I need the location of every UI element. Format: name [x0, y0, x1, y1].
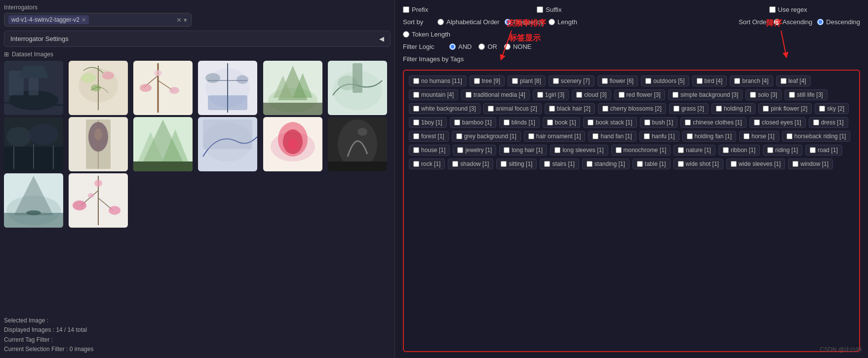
tag-chip[interactable]: animal focus [2]: [483, 103, 542, 114]
tag-chip[interactable]: hair ornament [1]: [524, 131, 586, 142]
tag-chip[interactable]: 1boy [1]: [409, 117, 447, 128]
tag-chip[interactable]: wide shot [1]: [673, 159, 723, 169]
tag-chip[interactable]: nature [1]: [673, 145, 715, 156]
tag-chip[interactable]: cloud [3]: [572, 89, 611, 100]
tag-chip[interactable]: long sleeves [1]: [550, 145, 608, 156]
tag-chip[interactable]: chinese clothes [1]: [680, 117, 746, 128]
image-cell[interactable]: [133, 61, 193, 115]
tag-chip[interactable]: stairs [1]: [540, 159, 579, 169]
tag-chip[interactable]: riding [1]: [763, 145, 802, 156]
token-length-option[interactable]: Token Length: [403, 31, 450, 38]
tag-chip[interactable]: forest [1]: [409, 131, 449, 142]
tag-chip[interactable]: window [1]: [788, 159, 833, 169]
image-cell[interactable]: [328, 117, 387, 171]
tag-chip[interactable]: leaf [4]: [776, 76, 811, 86]
watermark: CSDN @比白特: [820, 346, 862, 354]
tag-chip[interactable]: horse [1]: [739, 131, 779, 142]
tag-chip[interactable]: outdoors [5]: [641, 76, 689, 86]
sort-ascending[interactable]: Ascending: [774, 18, 813, 26]
tag-chip[interactable]: holding fan [1]: [682, 131, 736, 142]
tag-chip[interactable]: hanfu [1]: [639, 131, 679, 142]
clear-icon[interactable]: ✕: [176, 16, 182, 24]
tag-chip[interactable]: hand fan [1]: [588, 131, 636, 142]
interrogators-input[interactable]: wd-v1-4-swinv2-tagger-v2 ✕ ✕ ▾: [4, 13, 192, 27]
tag-chip[interactable]: still life [3]: [785, 89, 828, 100]
chip-close-icon[interactable]: ✕: [81, 17, 86, 23]
tag-chip[interactable]: long hair [1]: [499, 145, 547, 156]
svg-point-24: [237, 75, 248, 84]
interrogator-settings[interactable]: Interrogator Settings ◀: [4, 31, 391, 47]
tag-chip[interactable]: closed eyes [1]: [750, 117, 806, 128]
tag-chip[interactable]: scenery [7]: [549, 76, 594, 86]
tag-chip[interactable]: dress [1]: [809, 117, 848, 128]
sort-by-row: Sort by Alphabetical Order Frequency Len…: [403, 18, 860, 26]
image-cell[interactable]: [198, 117, 257, 171]
tag-chip[interactable]: sitting [1]: [496, 159, 537, 169]
tag-chip[interactable]: solo [3]: [746, 89, 782, 100]
tag-chip[interactable]: traditional media [4]: [461, 89, 530, 100]
tag-chip[interactable]: road [1]: [805, 145, 842, 156]
tag-chip[interactable]: sky [2]: [815, 103, 849, 114]
image-cell[interactable]: [69, 117, 128, 171]
tag-chip[interactable]: shadow [1]: [448, 159, 493, 169]
filter-and[interactable]: AND: [449, 43, 472, 50]
dataset-label: Dataset Images: [12, 51, 53, 58]
tag-chip[interactable]: grass [2]: [669, 103, 709, 114]
filter-none[interactable]: NONE: [504, 43, 532, 50]
tag-chip[interactable]: rock [1]: [409, 159, 445, 169]
tag-chip[interactable]: white background [3]: [409, 103, 480, 114]
sort-descending[interactable]: Descending: [817, 18, 860, 26]
tag-chip[interactable]: plant [8]: [508, 76, 546, 86]
tag-chip[interactable]: wide sleeves [1]: [726, 159, 785, 169]
image-cell[interactable]: [133, 117, 193, 171]
tag-chip[interactable]: horseback riding [1]: [782, 131, 851, 142]
tag-chip[interactable]: simple background [3]: [668, 89, 743, 100]
tag-chip[interactable]: monochrome [1]: [611, 145, 671, 156]
svg-rect-35: [353, 63, 362, 93]
image-cell[interactable]: [263, 117, 322, 171]
tag-chip[interactable]: table [1]: [632, 159, 671, 169]
tag-chip[interactable]: tree [9]: [470, 76, 505, 86]
tag-chip[interactable]: book [1]: [543, 117, 581, 128]
tag-chip[interactable]: ribbon [1]: [718, 145, 760, 156]
svg-point-74: [73, 200, 86, 210]
filter-or[interactable]: OR: [478, 43, 497, 50]
tag-chip[interactable]: 1girl [3]: [533, 89, 569, 100]
tag-chip[interactable]: house [1]: [409, 145, 450, 156]
use-regex-checkbox[interactable]: Use regex: [769, 6, 807, 13]
image-cell[interactable]: [69, 173, 128, 228]
tag-chip[interactable]: bird [4]: [692, 76, 727, 86]
tag-chip[interactable]: flower [6]: [597, 76, 638, 86]
tag-chip[interactable]: standing [1]: [582, 159, 630, 169]
sort-frequency[interactable]: Frequency: [505, 18, 544, 26]
tag-chip[interactable]: mountain [4]: [409, 89, 458, 100]
tag-chip[interactable]: pink flower [2]: [758, 103, 812, 114]
sort-length[interactable]: Length: [549, 18, 577, 26]
tag-chip[interactable]: book stack [1]: [583, 117, 636, 128]
prefix-checkbox[interactable]: Prefix: [403, 6, 428, 13]
image-cell[interactable]: [4, 173, 63, 228]
tag-chip[interactable]: cherry blossoms [2]: [598, 103, 666, 114]
tag-chip[interactable]: red flower [3]: [614, 89, 665, 100]
tag-chip[interactable]: no humans [11]: [409, 76, 467, 86]
svg-point-63: [357, 128, 367, 136]
settings-collapse-icon[interactable]: ◀: [379, 35, 384, 42]
image-cell[interactable]: [4, 61, 63, 115]
sort-alphabetical[interactable]: Alphabetical Order: [437, 18, 500, 26]
image-cell[interactable]: [69, 61, 128, 115]
tag-chip[interactable]: grey background [1]: [452, 131, 521, 142]
tag-chip[interactable]: branch [4]: [730, 76, 773, 86]
svg-point-9: [81, 73, 96, 83]
image-cell[interactable]: [4, 117, 63, 171]
tag-chip[interactable]: blinds [1]: [499, 117, 540, 128]
image-cell[interactable]: [198, 61, 257, 115]
tag-chip[interactable]: bamboo [1]: [450, 117, 496, 128]
tag-chip[interactable]: jewelry [1]: [453, 145, 496, 156]
tag-chip[interactable]: bush [1]: [640, 117, 678, 128]
image-cell[interactable]: [328, 61, 387, 115]
suffix-checkbox[interactable]: Suffix: [537, 6, 561, 13]
tag-chip[interactable]: holding [2]: [711, 103, 755, 114]
dropdown-icon[interactable]: ▾: [184, 16, 187, 24]
tag-chip[interactable]: black hair [2]: [545, 103, 595, 114]
image-cell[interactable]: [263, 61, 322, 115]
